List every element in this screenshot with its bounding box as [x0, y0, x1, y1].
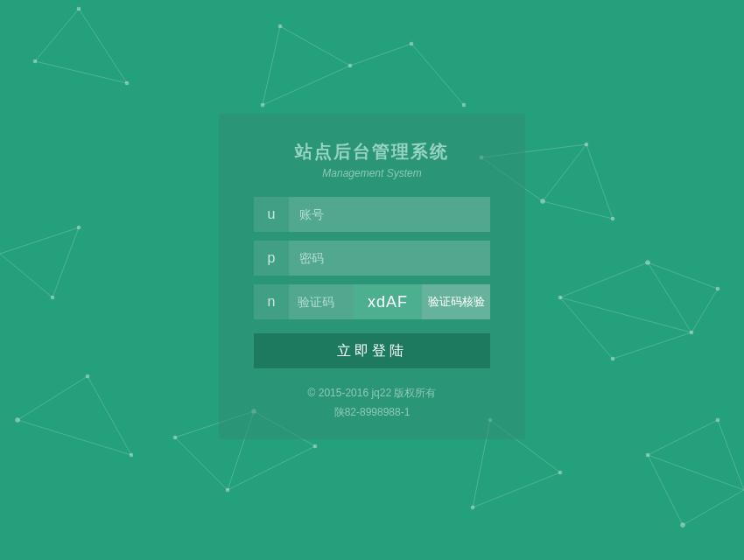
footer: © 2015-2016 jq22 版权所有 陕82-8998988-1	[254, 384, 490, 422]
svg-point-28	[77, 226, 81, 229]
svg-point-23	[585, 143, 588, 146]
svg-point-47	[130, 453, 133, 457]
svg-line-33	[648, 262, 718, 289]
svg-line-0	[35, 9, 79, 61]
svg-point-70	[681, 523, 685, 528]
svg-point-56	[313, 444, 317, 448]
svg-line-64	[718, 420, 744, 490]
svg-point-45	[16, 418, 20, 423]
svg-point-61	[558, 471, 562, 474]
login-panel: 站点后台管理系统 Management System u p n xdAF 验证…	[219, 114, 525, 439]
svg-point-68	[646, 453, 649, 457]
captcha-icon: n	[254, 284, 289, 319]
captcha-input[interactable]	[289, 284, 354, 319]
svg-point-12	[348, 64, 352, 67]
password-input-wrap	[289, 241, 490, 276]
svg-line-9	[350, 44, 411, 66]
username-input-wrap	[289, 197, 490, 232]
footer-copyright: © 2015-2016 jq22 版权所有	[254, 384, 490, 403]
svg-line-67	[683, 490, 744, 525]
svg-line-19	[543, 201, 613, 219]
svg-line-8	[263, 26, 280, 105]
svg-line-25	[0, 228, 79, 254]
svg-point-29	[51, 296, 54, 299]
svg-point-3	[77, 7, 81, 10]
svg-point-62	[471, 506, 474, 509]
svg-line-20	[586, 144, 613, 219]
svg-line-26	[53, 228, 79, 298]
svg-line-44	[18, 420, 131, 455]
svg-line-31	[648, 262, 691, 332]
captcha-image[interactable]: xdAF	[354, 284, 422, 319]
svg-line-6	[280, 26, 350, 66]
svg-point-15	[462, 103, 466, 107]
svg-line-65	[648, 455, 744, 490]
svg-point-40	[716, 287, 719, 290]
svg-point-46	[86, 374, 89, 378]
password-input[interactable]	[289, 241, 490, 276]
username-row: u	[254, 197, 490, 232]
captcha-row: n xdAF 验证码核验	[254, 284, 490, 319]
page-subtitle: Management System	[254, 167, 490, 179]
captcha-input-wrap	[289, 284, 354, 319]
svg-point-5	[125, 81, 129, 85]
svg-point-55	[226, 488, 229, 492]
svg-point-53	[173, 436, 177, 439]
svg-line-32	[560, 298, 691, 332]
svg-line-10	[411, 44, 464, 105]
svg-point-24	[611, 217, 614, 220]
svg-point-69	[716, 418, 719, 422]
svg-line-63	[648, 420, 718, 455]
svg-point-38	[646, 261, 650, 265]
svg-line-36	[613, 332, 691, 359]
page-title: 站点后台管理系统	[254, 140, 490, 164]
svg-point-11	[278, 24, 282, 28]
svg-line-42	[18, 376, 88, 420]
svg-line-35	[560, 298, 613, 359]
password-icon: p	[254, 241, 289, 276]
svg-line-66	[648, 455, 683, 525]
svg-line-58	[473, 472, 560, 508]
svg-line-2	[79, 9, 127, 83]
svg-point-39	[690, 331, 693, 334]
svg-point-22	[541, 200, 545, 204]
svg-line-52	[228, 446, 315, 490]
svg-line-50	[175, 438, 228, 490]
svg-line-43	[88, 376, 131, 455]
user-icon: u	[254, 197, 289, 232]
captcha-verify-button[interactable]: 验证码核验	[422, 284, 490, 319]
svg-line-17	[543, 144, 586, 201]
svg-line-34	[691, 289, 718, 332]
svg-line-27	[0, 254, 53, 298]
login-button[interactable]: 立即登陆	[254, 333, 490, 368]
svg-point-4	[33, 60, 37, 63]
password-row: p	[254, 241, 490, 276]
svg-point-14	[410, 42, 413, 46]
username-input[interactable]	[289, 197, 490, 232]
svg-line-30	[560, 262, 648, 298]
svg-point-37	[558, 296, 562, 299]
svg-point-41	[611, 357, 614, 360]
footer-icp: 陕82-8998988-1	[254, 403, 490, 423]
svg-line-1	[35, 61, 127, 83]
svg-point-13	[261, 103, 264, 107]
svg-line-7	[263, 66, 350, 105]
